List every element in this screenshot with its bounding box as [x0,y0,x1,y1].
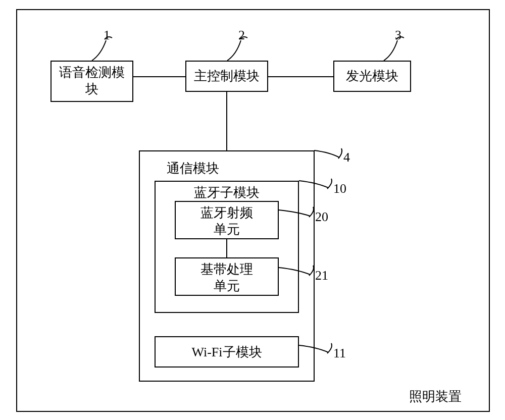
voice-detection-label: 语音检测模 块 [50,65,133,97]
baseband-label: 基带处理 单元 [175,261,279,294]
conn-voice-mainctrl [133,76,185,77]
ref-10: 10 [333,181,346,197]
conn-btrf-baseband [226,239,227,257]
ref-21: 21 [315,268,328,284]
device-label: 照明装置 [409,389,462,405]
ref-11: 11 [333,345,346,362]
diagram-canvas: 语音检测模 块 主控制模块 发光模块 通信模块 蓝牙子模块 蓝牙射频 单元 基带… [0,0,505,420]
bluetooth-rf-label: 蓝牙射频 单元 [175,205,279,238]
bluetooth-sub-label: 蓝牙子模块 [155,185,299,201]
ref-4: 4 [343,149,350,166]
conn-mainctrl-light [268,76,333,77]
light-emitting-label: 发光模块 [333,68,411,85]
ref-3: 3 [395,27,401,44]
conn-mainctrl-comm [226,92,227,150]
main-control-label: 主控制模块 [185,68,268,85]
communication-label: 通信模块 [167,161,219,177]
wifi-label: Wi-Fi子模块 [155,344,299,361]
ref-2: 2 [238,27,245,44]
ref-1: 1 [104,27,110,44]
ref-20: 20 [315,209,328,226]
